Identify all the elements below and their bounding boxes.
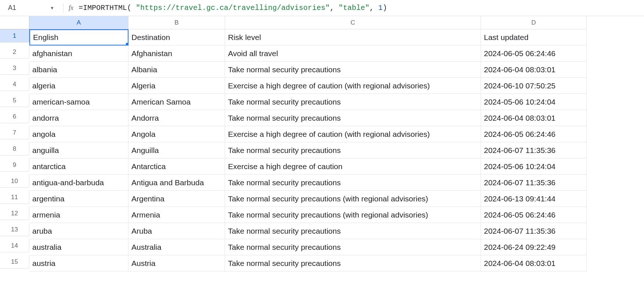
cell-C15[interactable]: Take normal security precautions <box>225 255 481 271</box>
cell-A8[interactable]: anguilla <box>29 142 129 158</box>
cell-C5[interactable]: Take normal security precautions <box>225 94 481 110</box>
cell-A10[interactable]: antigua-and-barbuda <box>29 175 129 191</box>
cell-A4[interactable]: algeria <box>29 78 129 94</box>
cell-A6[interactable]: andorra <box>29 110 129 126</box>
row-header-1[interactable]: 1 <box>0 29 29 43</box>
cell-B7[interactable]: Angola <box>129 126 225 142</box>
row-header-7[interactable]: 7 <box>0 126 29 139</box>
cell-A5[interactable]: american-samoa <box>29 94 129 110</box>
cell-B15[interactable]: Austria <box>129 255 225 271</box>
cell-D4[interactable]: 2024-06-10 07:50:25 <box>481 78 587 94</box>
cell-B12[interactable]: Armenia <box>129 207 225 223</box>
cell-D7[interactable]: 2024-06-05 06:24:46 <box>481 126 587 142</box>
row-header-9[interactable]: 9 <box>0 158 29 172</box>
row-header-8[interactable]: 8 <box>0 142 29 156</box>
cell-A15[interactable]: austria <box>29 255 129 271</box>
cell-D14[interactable]: 2024-06-24 09:22:49 <box>481 239 587 255</box>
cell-B1[interactable]: Destination <box>129 29 225 45</box>
cell-C13[interactable]: Take normal security precautions <box>225 223 481 239</box>
cell-B11[interactable]: Argentina <box>129 191 225 207</box>
column-header-B[interactable]: B <box>129 16 225 29</box>
cell-D2[interactable]: 2024-06-05 06:24:46 <box>481 45 587 62</box>
cell-C12[interactable]: Take normal security precautions (with r… <box>225 207 481 223</box>
cell-C3[interactable]: Take normal security precautions <box>225 62 481 78</box>
cell-D15[interactable]: 2024-06-04 08:03:01 <box>481 255 587 271</box>
cell-D1[interactable]: Last updated <box>481 29 587 45</box>
cell-B13[interactable]: Aruba <box>129 223 225 239</box>
formula-arg3: 1 <box>378 4 383 12</box>
cell-B6[interactable]: Andorra <box>129 110 225 126</box>
cell-C9[interactable]: Exercise a high degree of caution <box>225 158 481 175</box>
spreadsheet-grid[interactable]: ABCD1EnglishDestinationRisk levelLast up… <box>0 16 644 271</box>
cell-C8[interactable]: Take normal security precautions <box>225 142 481 158</box>
row-header-14[interactable]: 14 <box>0 239 29 252</box>
row-header-6[interactable]: 6 <box>0 110 29 123</box>
cell-B14[interactable]: Australia <box>129 239 225 255</box>
formula-input[interactable]: =IMPORTHTML( "https://travel.gc.ca/trave… <box>79 4 387 12</box>
cell-D3[interactable]: 2024-06-04 08:03:01 <box>481 62 587 78</box>
formula-bar: A1 ▼ fx =IMPORTHTML( "https://travel.gc.… <box>0 0 644 16</box>
column-header-D[interactable]: D <box>481 16 587 29</box>
dropdown-icon[interactable]: ▼ <box>50 6 54 11</box>
formula-arg1: "https://travel.gc.ca/travelling/advisor… <box>136 4 330 12</box>
cell-A1[interactable]: English <box>29 29 129 45</box>
formula-close: ) <box>383 4 387 12</box>
cell-C4[interactable]: Exercise a high degree of caution (with … <box>225 78 481 94</box>
cell-B4[interactable]: Algeria <box>129 78 225 94</box>
name-box[interactable]: A1 ▼ <box>3 0 58 16</box>
row-header-5[interactable]: 5 <box>0 94 29 107</box>
cell-C2[interactable]: Avoid all travel <box>225 45 481 62</box>
cell-B3[interactable]: Albania <box>129 62 225 78</box>
cell-A14[interactable]: australia <box>29 239 129 255</box>
cell-C14[interactable]: Take normal security precautions <box>225 239 481 255</box>
cell-C10[interactable]: Take normal security precautions <box>225 175 481 191</box>
cell-A2[interactable]: afghanistan <box>29 45 129 62</box>
formula-func: =IMPORTHTML( <box>79 4 131 12</box>
cell-A13[interactable]: aruba <box>29 223 129 239</box>
cell-B2[interactable]: Afghanistan <box>129 45 225 62</box>
row-header-11[interactable]: 11 <box>0 191 29 204</box>
cell-D6[interactable]: 2024-06-04 08:03:01 <box>481 110 587 126</box>
cell-D13[interactable]: 2024-06-07 11:35:36 <box>481 223 587 239</box>
fx-icon: fx <box>69 4 73 12</box>
row-header-10[interactable]: 10 <box>0 175 29 188</box>
row-header-2[interactable]: 2 <box>0 45 29 59</box>
cell-C6[interactable]: Take normal security precautions <box>225 110 481 126</box>
row-header-3[interactable]: 3 <box>0 62 29 75</box>
select-all-corner[interactable] <box>0 16 29 29</box>
cell-A11[interactable]: argentina <box>29 191 129 207</box>
row-header-12[interactable]: 12 <box>0 207 29 220</box>
row-header-13[interactable]: 13 <box>0 223 29 236</box>
cell-B9[interactable]: Antarctica <box>129 158 225 175</box>
cell-B8[interactable]: Anguilla <box>129 142 225 158</box>
cell-B5[interactable]: American Samoa <box>129 94 225 110</box>
cell-C1[interactable]: Risk level <box>225 29 481 45</box>
cell-A9[interactable]: antarctica <box>29 158 129 175</box>
cell-D8[interactable]: 2024-06-07 11:35:36 <box>481 142 587 158</box>
cell-C11[interactable]: Take normal security precautions (with r… <box>225 191 481 207</box>
cell-A12[interactable]: armenia <box>29 207 129 223</box>
cell-B10[interactable]: Antigua and Barbuda <box>129 175 225 191</box>
cell-D12[interactable]: 2024-06-05 06:24:46 <box>481 207 587 223</box>
divider <box>63 4 64 12</box>
cell-C7[interactable]: Exercise a high degree of caution (with … <box>225 126 481 142</box>
cell-A3[interactable]: albania <box>29 62 129 78</box>
column-header-C[interactable]: C <box>225 16 481 29</box>
row-header-15[interactable]: 15 <box>0 255 29 269</box>
cell-D11[interactable]: 2024-06-13 09:41:44 <box>481 191 587 207</box>
cell-D9[interactable]: 2024-05-06 10:24:04 <box>481 158 587 175</box>
row-header-4[interactable]: 4 <box>0 78 29 91</box>
column-header-A[interactable]: A <box>29 16 129 29</box>
formula-arg2: "table" <box>339 4 369 12</box>
cell-D5[interactable]: 2024-05-06 10:24:04 <box>481 94 587 110</box>
cell-D10[interactable]: 2024-06-07 11:35:36 <box>481 175 587 191</box>
name-box-value: A1 <box>8 4 16 12</box>
cell-A7[interactable]: angola <box>29 126 129 142</box>
